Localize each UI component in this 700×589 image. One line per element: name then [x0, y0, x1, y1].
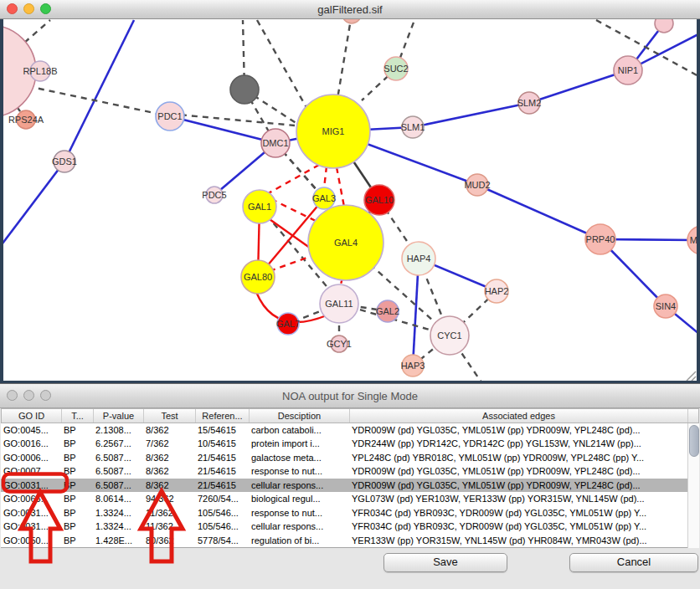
edge[interactable] — [170, 116, 275, 143]
zoom-button[interactable] — [40, 3, 51, 14]
table-row[interactable]: GO:0031...BP1.3324...11/362105/546...cel… — [1, 520, 687, 533]
edge[interactable] — [3, 161, 64, 247]
table-cell: BP — [61, 520, 93, 533]
table-row[interactable]: GO:0065...BP8.0614...94/3627260/54...bio… — [1, 492, 687, 505]
traffic-lights — [7, 3, 51, 14]
edge[interactable] — [413, 103, 529, 127]
node-label: PDC1 — [157, 111, 182, 121]
table-cell: YDR244W (pp) YDR142C, YDR142C (pp) YGL15… — [349, 437, 687, 450]
table-row[interactable]: GO:0016...BP6.2567...7/36210/54615protei… — [1, 437, 687, 450]
table-cell: cellular respons... — [249, 479, 349, 492]
node-label: GDS1 — [52, 156, 77, 166]
table-cell: YDR009W (pd) YGL035C, YML051W (pp) YDR00… — [349, 479, 687, 492]
edge[interactable] — [477, 185, 600, 239]
table-cell: 2.1308... — [93, 423, 143, 437]
table-cell: 11/362 — [143, 520, 195, 533]
network-canvas[interactable]: RPS24ARPL18BGDS1PDC1MIG1DMC1SUC2SLM1SLM2… — [0, 19, 700, 383]
table-row[interactable]: GO:0050...BP1.428E...80/3625778/54...reg… — [1, 534, 687, 547]
node-unlabeled[interactable] — [230, 75, 259, 104]
edge[interactable] — [337, 167, 344, 207]
noa-window-title: NOA output for Single Mode — [282, 390, 418, 402]
network-window: galFiltered.sif RPS24ARPL18BGDS1PDC1MIG1… — [0, 0, 700, 383]
table-cell: 1.3324... — [93, 506, 143, 520]
column-header-associated-edges[interactable]: Associated edges — [350, 409, 688, 423]
table-cell: 1.3324... — [93, 520, 143, 533]
table-cell: BP — [61, 423, 93, 437]
table-cell: 6.5087... — [93, 451, 143, 464]
table-cell: 1.428E... — [93, 534, 143, 547]
edge[interactable] — [257, 20, 308, 110]
table-cell: 10/54615 — [195, 437, 249, 450]
node-label: CYC1 — [437, 330, 461, 341]
edge[interactable] — [170, 114, 295, 125]
table-cell: BP — [61, 464, 93, 478]
close-button[interactable] — [7, 390, 18, 401]
column-header-p-value[interactable]: P-value — [94, 409, 144, 423]
table-cell: BP — [61, 534, 93, 547]
column-header-test[interactable]: Test — [144, 409, 196, 423]
column-header-desciption[interactable]: Desciption — [250, 409, 350, 423]
node-label: RPS24A — [8, 115, 44, 125]
edge[interactable] — [64, 20, 134, 161]
minimize-button[interactable] — [23, 390, 34, 401]
save-button[interactable]: Save — [383, 553, 507, 572]
table-cell: 6.5087... — [93, 479, 143, 492]
table-row[interactable]: GO:0031...BP1.3324...11/362105/546...res… — [1, 506, 687, 520]
node-unlabeled[interactable] — [342, 19, 361, 23]
scrollbar-thumb[interactable] — [689, 425, 699, 457]
table-cell: 105/546... — [195, 520, 249, 533]
node-label: PDC5 — [202, 190, 226, 200]
table-cell: 94/362 — [143, 492, 195, 505]
edge[interactable] — [270, 255, 314, 271]
edge[interactable] — [596, 20, 697, 77]
minimize-button[interactable] — [23, 3, 34, 14]
column-header-referen-[interactable]: Referen... — [196, 409, 250, 423]
edges-layer — [3, 19, 697, 381]
table-cell: 8/362 — [143, 451, 195, 464]
table-cell: YDR009W (pd) YGL035C, YML051W (pp) YDR00… — [349, 464, 687, 478]
table-cell: BP — [61, 451, 93, 464]
node-label: GAL10 — [365, 195, 394, 205]
table-row[interactable]: GO:0045...BP2.1308...8/36215/54615carbon… — [1, 423, 687, 437]
edge[interactable] — [337, 19, 352, 99]
node-label: GAL1 — [248, 202, 271, 212]
table-cell: YDR009W (pd) YGL035C, YML051W (pp) YDR00… — [349, 423, 687, 437]
cancel-button[interactable]: Cancel — [569, 553, 698, 572]
table-body: GO:0045...BP2.1308...8/36215/54615carbon… — [1, 423, 687, 548]
close-button[interactable] — [7, 3, 18, 14]
table-cell: 8/362 — [143, 479, 195, 492]
network-graph[interactable]: RPS24ARPL18BGDS1PDC1MIG1DMC1SUC2SLM1SLM2… — [3, 19, 697, 381]
table-cell: galactose meta... — [249, 451, 349, 464]
table-cell: YPL248C (pd) YBR018C, YML051W (pp) YDR00… — [349, 451, 687, 464]
node-unlabeled[interactable] — [655, 19, 673, 33]
table-cell: response to nut... — [249, 464, 349, 478]
resize-grip[interactable] — [687, 371, 696, 381]
table-cell: GO:0050... — [1, 534, 61, 547]
table-cell: 6.5087... — [93, 464, 143, 478]
table-cell: 7260/54... — [195, 492, 249, 505]
table-cell: GO:0031... — [1, 506, 61, 520]
network-window-titlebar: galFiltered.sif — [0, 0, 700, 19]
table-cell: YGL073W (pd) YER103W, YER133W (pp) YOR31… — [349, 492, 687, 505]
node-label: GAL2 — [376, 306, 399, 316]
table-row[interactable]: GO:0007...BP6.5087...8/36221/54615respon… — [1, 464, 687, 478]
table-cell: biological regul... — [249, 492, 349, 505]
column-header-go-id[interactable]: GO ID — [2, 409, 62, 423]
edge[interactable] — [529, 70, 628, 103]
table-cell: 7/362 — [143, 437, 195, 450]
table-cell: cellular respons... — [249, 520, 349, 533]
table-cell: regulation of bi... — [249, 534, 349, 547]
node-label: SLM2 — [517, 98, 542, 108]
node-label: HAP4 — [407, 254, 431, 264]
table-cell: GO:0007... — [1, 464, 61, 478]
node-label: MIG1 — [322, 126, 345, 136]
vertical-scrollbar[interactable] — [687, 423, 699, 548]
table-row[interactable]: GO:0031...BP6.5087...8/36221/54615cellul… — [1, 479, 687, 492]
edge[interactable] — [324, 166, 327, 188]
node-label: HAP2 — [485, 286, 509, 296]
column-header-t-[interactable]: T... — [62, 409, 94, 423]
edge[interactable] — [265, 165, 319, 195]
table-header-row: GO IDT...P-valueTestReferen...Desciption… — [1, 408, 699, 423]
table-row[interactable]: GO:0006...BP6.5087...8/36221/54615galact… — [1, 451, 687, 464]
zoom-button[interactable] — [40, 390, 51, 401]
